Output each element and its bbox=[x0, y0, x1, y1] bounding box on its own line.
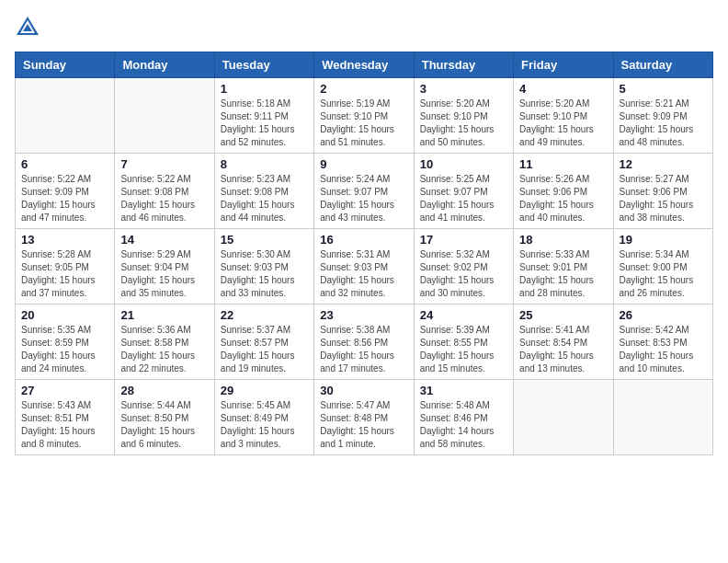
calendar-cell: 18Sunrise: 5:33 AMSunset: 9:01 PMDayligh… bbox=[514, 229, 613, 304]
day-number: 11 bbox=[519, 157, 607, 171]
calendar-cell: 10Sunrise: 5:25 AMSunset: 9:07 PMDayligh… bbox=[414, 154, 513, 229]
day-number: 23 bbox=[320, 308, 407, 322]
calendar-cell: 1Sunrise: 5:18 AMSunset: 9:11 PMDaylight… bbox=[214, 78, 313, 154]
day-number: 4 bbox=[519, 82, 607, 96]
day-info: Sunrise: 5:23 AMSunset: 9:08 PMDaylight:… bbox=[221, 173, 308, 224]
calendar-cell: 11Sunrise: 5:26 AMSunset: 9:06 PMDayligh… bbox=[514, 154, 613, 229]
day-info: Sunrise: 5:19 AMSunset: 9:10 PMDaylight:… bbox=[320, 98, 407, 149]
weekday-header-row: SundayMondayTuesdayWednesdayThursdayFrid… bbox=[16, 52, 713, 78]
day-info: Sunrise: 5:24 AMSunset: 9:07 PMDaylight:… bbox=[320, 173, 407, 224]
day-info: Sunrise: 5:43 AMSunset: 8:51 PMDaylight:… bbox=[21, 399, 108, 451]
weekday-header: Monday bbox=[115, 52, 214, 78]
calendar-cell: 25Sunrise: 5:41 AMSunset: 8:54 PMDayligh… bbox=[514, 304, 613, 380]
calendar-cell: 13Sunrise: 5:28 AMSunset: 9:05 PMDayligh… bbox=[16, 229, 115, 304]
logo-icon bbox=[15, 15, 40, 40]
day-number: 30 bbox=[320, 384, 407, 397]
day-number: 15 bbox=[221, 233, 308, 247]
day-number: 26 bbox=[620, 308, 707, 322]
calendar-cell: 2Sunrise: 5:19 AMSunset: 9:10 PMDaylight… bbox=[314, 78, 414, 154]
day-number: 17 bbox=[420, 233, 507, 247]
day-info: Sunrise: 5:42 AMSunset: 8:53 PMDaylight:… bbox=[620, 324, 707, 375]
day-number: 8 bbox=[221, 157, 308, 171]
day-info: Sunrise: 5:33 AMSunset: 9:01 PMDaylight:… bbox=[519, 248, 607, 300]
calendar-cell: 30Sunrise: 5:47 AMSunset: 8:48 PMDayligh… bbox=[314, 380, 414, 455]
calendar-cell: 4Sunrise: 5:20 AMSunset: 9:10 PMDaylight… bbox=[514, 78, 613, 154]
calendar-cell bbox=[115, 78, 214, 154]
calendar-cell: 17Sunrise: 5:32 AMSunset: 9:02 PMDayligh… bbox=[414, 229, 513, 304]
calendar-cell: 12Sunrise: 5:27 AMSunset: 9:06 PMDayligh… bbox=[613, 154, 712, 229]
calendar-cell: 23Sunrise: 5:38 AMSunset: 8:56 PMDayligh… bbox=[314, 304, 414, 380]
calendar-cell: 22Sunrise: 5:37 AMSunset: 8:57 PMDayligh… bbox=[214, 304, 313, 380]
day-number: 18 bbox=[519, 233, 607, 247]
weekday-header: Tuesday bbox=[214, 52, 313, 78]
calendar-cell: 20Sunrise: 5:35 AMSunset: 8:59 PMDayligh… bbox=[16, 304, 115, 380]
day-number: 25 bbox=[519, 308, 607, 322]
calendar-cell: 16Sunrise: 5:31 AMSunset: 9:03 PMDayligh… bbox=[314, 229, 414, 304]
calendar-cell bbox=[514, 380, 613, 455]
page-container: SundayMondayTuesdayWednesdayThursdayFrid… bbox=[15, 15, 713, 455]
day-number: 6 bbox=[21, 157, 108, 171]
calendar-cell: 29Sunrise: 5:45 AMSunset: 8:49 PMDayligh… bbox=[214, 380, 313, 455]
day-info: Sunrise: 5:36 AMSunset: 8:58 PMDaylight:… bbox=[120, 324, 208, 375]
day-number: 20 bbox=[21, 308, 108, 322]
day-info: Sunrise: 5:32 AMSunset: 9:02 PMDaylight:… bbox=[420, 248, 507, 300]
day-number: 27 bbox=[21, 384, 108, 397]
day-info: Sunrise: 5:41 AMSunset: 8:54 PMDaylight:… bbox=[519, 324, 607, 375]
calendar-cell: 9Sunrise: 5:24 AMSunset: 9:07 PMDaylight… bbox=[314, 154, 414, 229]
week-row: 20Sunrise: 5:35 AMSunset: 8:59 PMDayligh… bbox=[16, 304, 713, 380]
week-row: 1Sunrise: 5:18 AMSunset: 9:11 PMDaylight… bbox=[16, 78, 713, 154]
day-number: 29 bbox=[221, 384, 308, 397]
calendar-cell: 5Sunrise: 5:21 AMSunset: 9:09 PMDaylight… bbox=[613, 78, 712, 154]
day-info: Sunrise: 5:47 AMSunset: 8:48 PMDaylight:… bbox=[320, 399, 407, 451]
day-info: Sunrise: 5:18 AMSunset: 9:11 PMDaylight:… bbox=[221, 98, 308, 149]
week-row: 13Sunrise: 5:28 AMSunset: 9:05 PMDayligh… bbox=[16, 229, 713, 304]
calendar-cell bbox=[613, 380, 712, 455]
calendar-cell: 28Sunrise: 5:44 AMSunset: 8:50 PMDayligh… bbox=[115, 380, 214, 455]
logo bbox=[15, 15, 44, 40]
day-number: 24 bbox=[420, 308, 507, 322]
day-info: Sunrise: 5:45 AMSunset: 8:49 PMDaylight:… bbox=[221, 399, 308, 451]
day-number: 28 bbox=[120, 384, 208, 397]
day-number: 21 bbox=[120, 308, 208, 322]
day-info: Sunrise: 5:22 AMSunset: 9:08 PMDaylight:… bbox=[120, 173, 208, 224]
calendar-cell: 3Sunrise: 5:20 AMSunset: 9:10 PMDaylight… bbox=[414, 78, 513, 154]
header bbox=[15, 15, 713, 40]
day-info: Sunrise: 5:44 AMSunset: 8:50 PMDaylight:… bbox=[120, 399, 208, 451]
day-number: 3 bbox=[420, 82, 507, 96]
day-info: Sunrise: 5:39 AMSunset: 8:55 PMDaylight:… bbox=[420, 324, 507, 375]
weekday-header: Friday bbox=[514, 52, 613, 78]
day-info: Sunrise: 5:21 AMSunset: 9:09 PMDaylight:… bbox=[620, 98, 707, 149]
calendar-cell: 21Sunrise: 5:36 AMSunset: 8:58 PMDayligh… bbox=[115, 304, 214, 380]
calendar-cell: 19Sunrise: 5:34 AMSunset: 9:00 PMDayligh… bbox=[613, 229, 712, 304]
weekday-header: Thursday bbox=[414, 52, 513, 78]
week-row: 6Sunrise: 5:22 AMSunset: 9:09 PMDaylight… bbox=[16, 154, 713, 229]
day-info: Sunrise: 5:48 AMSunset: 8:46 PMDaylight:… bbox=[420, 399, 507, 451]
calendar-cell: 24Sunrise: 5:39 AMSunset: 8:55 PMDayligh… bbox=[414, 304, 513, 380]
calendar-cell: 7Sunrise: 5:22 AMSunset: 9:08 PMDaylight… bbox=[115, 154, 214, 229]
calendar-cell: 15Sunrise: 5:30 AMSunset: 9:03 PMDayligh… bbox=[214, 229, 313, 304]
calendar-cell: 27Sunrise: 5:43 AMSunset: 8:51 PMDayligh… bbox=[16, 380, 115, 455]
weekday-header: Saturday bbox=[613, 52, 712, 78]
day-info: Sunrise: 5:34 AMSunset: 9:00 PMDaylight:… bbox=[620, 248, 707, 300]
day-info: Sunrise: 5:35 AMSunset: 8:59 PMDaylight:… bbox=[21, 324, 108, 375]
week-row: 27Sunrise: 5:43 AMSunset: 8:51 PMDayligh… bbox=[16, 380, 713, 455]
weekday-header: Sunday bbox=[16, 52, 115, 78]
weekday-header: Wednesday bbox=[314, 52, 414, 78]
calendar-cell: 6Sunrise: 5:22 AMSunset: 9:09 PMDaylight… bbox=[16, 154, 115, 229]
day-info: Sunrise: 5:29 AMSunset: 9:04 PMDaylight:… bbox=[120, 248, 208, 300]
calendar-cell: 8Sunrise: 5:23 AMSunset: 9:08 PMDaylight… bbox=[214, 154, 313, 229]
day-info: Sunrise: 5:30 AMSunset: 9:03 PMDaylight:… bbox=[221, 248, 308, 300]
day-number: 7 bbox=[120, 157, 208, 171]
day-number: 13 bbox=[21, 233, 108, 247]
day-number: 2 bbox=[320, 82, 407, 96]
calendar-cell bbox=[16, 78, 115, 154]
day-info: Sunrise: 5:28 AMSunset: 9:05 PMDaylight:… bbox=[21, 248, 108, 300]
day-number: 5 bbox=[620, 82, 707, 96]
day-number: 31 bbox=[420, 384, 507, 397]
day-number: 10 bbox=[420, 157, 507, 171]
day-info: Sunrise: 5:26 AMSunset: 9:06 PMDaylight:… bbox=[519, 173, 607, 224]
day-info: Sunrise: 5:38 AMSunset: 8:56 PMDaylight:… bbox=[320, 324, 407, 375]
day-info: Sunrise: 5:27 AMSunset: 9:06 PMDaylight:… bbox=[620, 173, 707, 224]
day-info: Sunrise: 5:20 AMSunset: 9:10 PMDaylight:… bbox=[519, 98, 607, 149]
calendar-cell: 31Sunrise: 5:48 AMSunset: 8:46 PMDayligh… bbox=[414, 380, 513, 455]
